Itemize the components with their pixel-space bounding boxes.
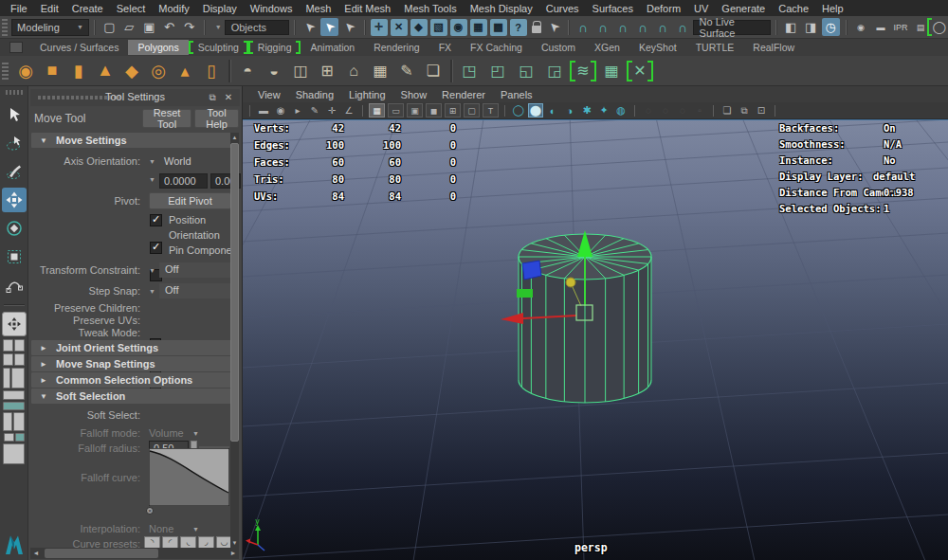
smooth-icon[interactable]: ⌂ — [341, 59, 366, 83]
select-object-icon[interactable]: ➤ — [320, 18, 338, 36]
input-connections-icon[interactable]: ◧ — [782, 18, 800, 36]
lasso-select-tool[interactable] — [2, 131, 27, 155]
menu-item[interactable]: Modify — [152, 3, 195, 14]
shelf-tab[interactable]: Polygons — [128, 40, 188, 55]
shelf-tab[interactable]: TURTLE — [686, 40, 744, 55]
menu-item[interactable]: Generate — [715, 3, 772, 14]
option-menu-arrow-icon[interactable]: ▼ — [192, 526, 199, 533]
shelf-tab[interactable]: Rendering — [364, 40, 428, 55]
menu-item[interactable]: Display — [196, 3, 244, 14]
section-move-settings[interactable]: ▼ Move Settings — [31, 133, 231, 148]
snap-settings-icon[interactable]: ▩ — [490, 19, 507, 36]
shelf-tab[interactable]: Custom — [532, 40, 585, 55]
chevron-down-icon[interactable]: ▼ — [210, 24, 222, 30]
option-menu-arrow-icon[interactable]: ▼ — [149, 176, 155, 183]
cylindrical-map-icon[interactable]: ◰ — [485, 59, 510, 83]
viewport-menu-item[interactable]: Panels — [493, 89, 540, 100]
shelf-tab[interactable]: XGen — [585, 40, 629, 55]
poly-cone-icon[interactable]: ▲ — [93, 59, 118, 83]
ipr-render-icon[interactable]: IPR — [891, 18, 909, 36]
transform-constraint-value[interactable]: Off — [159, 262, 231, 278]
open-scene-icon[interactable]: ▱ — [120, 18, 138, 36]
planar-map-icon[interactable]: ◳ — [457, 59, 482, 83]
menu-item[interactable]: UV — [687, 3, 715, 14]
option-menu-arrow-icon[interactable]: ▼ — [149, 288, 155, 295]
vertical-scrollbar-thumb[interactable] — [230, 143, 239, 442]
poly-pyramid-icon[interactable]: ▴ — [173, 59, 197, 83]
shelf-tab[interactable]: KeyShot — [629, 40, 686, 55]
film-gate-icon[interactable]: ▭ — [388, 103, 404, 117]
snap-curve-icon[interactable]: ∩ — [594, 18, 612, 36]
scroll-right-icon[interactable]: ► — [228, 548, 239, 559]
safe-title-icon[interactable]: T — [483, 103, 499, 117]
menu-item[interactable]: Mesh Display — [464, 3, 539, 14]
menu-item[interactable]: File — [4, 3, 34, 14]
menu-item[interactable]: Deform — [640, 3, 687, 14]
live-surface-field[interactable]: No Live Surface — [693, 20, 771, 35]
shelf-tab[interactable]: FX — [429, 40, 461, 55]
manipulator-x-arrow[interactable] — [501, 313, 523, 324]
lock-camera-icon[interactable]: ◉ — [273, 103, 288, 117]
unfold-icon[interactable]: ≋ — [571, 59, 595, 83]
poly-cube-icon[interactable]: ■ — [40, 59, 64, 83]
coord-x-field[interactable]: 0.0000 — [159, 173, 208, 189]
axis-orientation-value[interactable]: World — [164, 155, 191, 167]
output-connections-icon[interactable]: ◨ — [802, 18, 820, 36]
use-all-lights-icon[interactable]: ◑ — [562, 103, 577, 117]
vertical-scrollbar[interactable]: ▲ ▼ — [230, 133, 239, 548]
poly-pipe-icon[interactable]: ▯ — [199, 59, 224, 83]
scroll-up-icon[interactable]: ▲ — [230, 133, 239, 142]
snap-softselect-icon[interactable]: ◉ — [450, 19, 467, 36]
save-scene-icon[interactable]: ▣ — [140, 18, 158, 36]
menu-item[interactable]: Help — [815, 3, 850, 14]
view-transform-icon[interactable]: ◌ — [675, 103, 690, 117]
horizontal-scrollbar[interactable]: ◄ ► — [30, 548, 239, 559]
construction-history-icon[interactable]: ◷ — [822, 18, 840, 36]
snap-rotate-icon[interactable]: ✕ — [391, 19, 408, 36]
textured-mode-icon[interactable]: ◐ — [545, 103, 560, 117]
menu-item[interactable]: Curves — [539, 3, 586, 14]
tool-settings-titlebar[interactable]: Tool Settings ⧉ ✕ — [30, 89, 240, 106]
render-region-icon[interactable]: ◯ — [931, 18, 947, 36]
snap-scale-icon[interactable]: ◆ — [410, 19, 428, 36]
scroll-left-icon[interactable]: ◄ — [30, 548, 42, 559]
2d-pan-zoom-icon[interactable]: ✛ — [324, 103, 339, 117]
shadows-icon[interactable]: ✱ — [579, 103, 594, 117]
tool-help-button[interactable]: Tool Help — [194, 109, 239, 128]
combine-icon[interactable]: ◓ — [235, 59, 260, 83]
curve-key-marker[interactable]: × — [146, 507, 154, 515]
poly-cylinder-icon[interactable]: ▮ — [66, 59, 91, 83]
scale-tool[interactable] — [2, 244, 27, 269]
highlight-selection-icon[interactable]: ➤ — [546, 18, 562, 36]
select-hierarchy-icon[interactable]: ➤ — [301, 18, 319, 36]
select-tool[interactable] — [2, 102, 27, 127]
menu-set-dropdown[interactable]: Modeling ▼ — [11, 19, 89, 36]
snap-projected-center-icon[interactable]: ∩ — [634, 18, 652, 36]
option-menu-arrow-icon[interactable]: ▼ — [149, 158, 155, 165]
spherical-map-icon[interactable]: ◱ — [514, 59, 538, 83]
curve-edit-tool[interactable] — [2, 273, 27, 298]
section-move-snap-settings[interactable]: ► Move Snap Settings — [31, 356, 231, 371]
poly-plane-icon[interactable]: ◆ — [119, 59, 144, 83]
snap-move-icon[interactable]: ✛ — [371, 19, 388, 36]
poly-sphere-icon[interactable]: ◉ — [13, 59, 38, 83]
option-menu-arrow-icon[interactable]: ▼ — [192, 430, 199, 437]
xray-icon[interactable]: ⧉ — [737, 103, 752, 117]
orientation-checkbox[interactable]: ✓ — [150, 242, 162, 254]
edit-pivot-button[interactable]: Edit Pivot — [149, 192, 231, 209]
resolution-gate-icon[interactable]: ▣ — [407, 103, 423, 117]
snap-symmetry-icon[interactable]: ▧ — [430, 19, 447, 36]
greyscale-icon[interactable]: ▫ — [692, 103, 707, 117]
shelf-tab[interactable]: Rigging — [248, 40, 301, 55]
snap-help-icon[interactable]: ? — [510, 19, 527, 36]
poly-torus-icon[interactable]: ◎ — [146, 59, 171, 83]
menu-item[interactable]: Select — [110, 3, 153, 14]
position-checkbox[interactable]: ✓ — [150, 214, 162, 226]
grid-toggle-icon[interactable]: ▦ — [369, 103, 385, 117]
falloff-curve-graph[interactable] — [149, 448, 229, 508]
menu-item[interactable]: Mesh Tools — [397, 3, 463, 14]
shelf-tab[interactable]: Animation — [301, 40, 364, 55]
redo-icon[interactable]: ↷ — [180, 18, 198, 36]
viewport-settings-icon[interactable]: ⊡ — [754, 103, 769, 117]
section-common-selection-options[interactable]: ► Common Selection Options — [31, 372, 231, 388]
